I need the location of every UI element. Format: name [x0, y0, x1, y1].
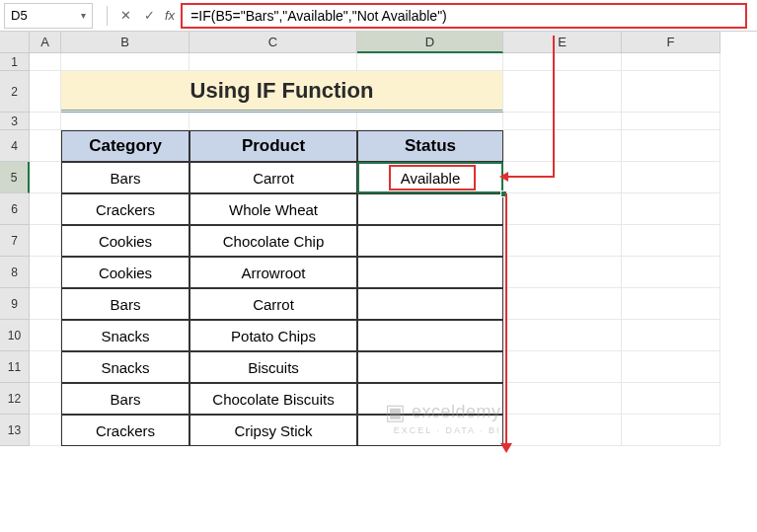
row-header-8[interactable]: 8: [0, 257, 30, 288]
cell[interactable]: [30, 193, 61, 225]
cell-category[interactable]: Cookies: [61, 257, 189, 288]
row-header-4[interactable]: 4: [0, 130, 30, 162]
cell[interactable]: [503, 193, 622, 225]
cell-category[interactable]: Snacks: [61, 320, 189, 351]
cell[interactable]: [622, 351, 720, 383]
cell[interactable]: [61, 113, 189, 130]
cell[interactable]: [622, 225, 720, 257]
header-status[interactable]: Status: [357, 130, 503, 162]
cell[interactable]: [622, 71, 720, 113]
cell-category[interactable]: Bars: [61, 162, 189, 193]
chevron-down-icon[interactable]: ▾: [81, 10, 86, 21]
cell[interactable]: [503, 288, 622, 320]
cell[interactable]: [622, 383, 720, 415]
cell-status[interactable]: [357, 193, 503, 225]
cell-product[interactable]: Cripsy Stick: [189, 415, 357, 446]
cell[interactable]: [503, 415, 622, 446]
cell[interactable]: [30, 113, 61, 130]
row-header-6[interactable]: 6: [0, 193, 30, 225]
col-header-B[interactable]: B: [61, 32, 189, 53]
cell[interactable]: [357, 53, 503, 71]
cell-category[interactable]: Snacks: [61, 351, 189, 383]
cell-category[interactable]: Bars: [61, 288, 189, 320]
col-header-E[interactable]: E: [503, 32, 622, 53]
cell[interactable]: [622, 53, 720, 71]
cell-product[interactable]: Arrowroot: [189, 257, 357, 288]
row-header-2[interactable]: 2: [0, 71, 30, 113]
cell[interactable]: [503, 53, 622, 71]
cell[interactable]: [189, 113, 357, 130]
row-header-10[interactable]: 10: [0, 320, 30, 351]
col-header-C[interactable]: C: [189, 32, 357, 53]
cell[interactable]: [30, 130, 61, 162]
cell[interactable]: [30, 415, 61, 446]
cell[interactable]: [622, 415, 720, 446]
cell[interactable]: [622, 257, 720, 288]
cell-product[interactable]: Chocolate Biscuits: [189, 383, 357, 415]
confirm-icon[interactable]: ✓: [140, 7, 158, 25]
cell[interactable]: [30, 53, 61, 71]
cell[interactable]: [503, 162, 622, 193]
title-cell[interactable]: Using IF Function: [61, 71, 503, 113]
cell-status[interactable]: [357, 257, 503, 288]
row-header-9[interactable]: 9: [0, 288, 30, 320]
row-header-13[interactable]: 13: [0, 415, 30, 446]
cell-product[interactable]: Whole Wheat: [189, 193, 357, 225]
cell[interactable]: [30, 71, 61, 113]
cell-status[interactable]: [357, 320, 503, 351]
cell[interactable]: [189, 53, 357, 71]
cell[interactable]: [503, 257, 622, 288]
header-product[interactable]: Product: [189, 130, 357, 162]
cell[interactable]: [61, 53, 189, 71]
row-header-7[interactable]: 7: [0, 225, 30, 257]
cell[interactable]: [30, 320, 61, 351]
cell-status[interactable]: [357, 288, 503, 320]
col-header-A[interactable]: A: [30, 32, 61, 53]
select-all-corner[interactable]: [0, 32, 30, 53]
cell[interactable]: [622, 162, 720, 193]
cell[interactable]: [30, 225, 61, 257]
fx-icon[interactable]: fx: [165, 8, 175, 23]
cell[interactable]: [503, 225, 622, 257]
cancel-icon[interactable]: ✕: [116, 7, 134, 25]
formula-input[interactable]: =IF(B5="Bars","Available","Not Available…: [181, 3, 747, 29]
row-header-1[interactable]: 1: [0, 53, 30, 71]
cell[interactable]: [622, 288, 720, 320]
row-header-5[interactable]: 5: [0, 162, 30, 193]
cell[interactable]: [30, 351, 61, 383]
row-header-3[interactable]: 3: [0, 113, 30, 130]
cell[interactable]: [622, 320, 720, 351]
row-header-11[interactable]: 11: [0, 351, 30, 383]
cell-category[interactable]: Crackers: [61, 415, 189, 446]
cell[interactable]: [30, 162, 61, 193]
cell-status-active[interactable]: Available: [357, 162, 503, 193]
col-header-D[interactable]: D: [357, 32, 503, 53]
header-category[interactable]: Category: [61, 130, 189, 162]
cell[interactable]: [503, 71, 622, 113]
cell-product[interactable]: Carrot: [189, 288, 357, 320]
cell[interactable]: [30, 257, 61, 288]
name-box[interactable]: D5 ▾: [4, 3, 93, 29]
cell[interactable]: [503, 383, 622, 415]
col-header-F[interactable]: F: [622, 32, 720, 53]
cell-category[interactable]: Bars: [61, 383, 189, 415]
cell[interactable]: [622, 113, 720, 130]
cell[interactable]: [622, 193, 720, 225]
cell-status[interactable]: [357, 225, 503, 257]
cell-product[interactable]: Biscuits: [189, 351, 357, 383]
cell-category[interactable]: Crackers: [61, 193, 189, 225]
cell-category[interactable]: Cookies: [61, 225, 189, 257]
cell-product[interactable]: Carrot: [189, 162, 357, 193]
cell[interactable]: [30, 383, 61, 415]
cell[interactable]: [622, 130, 720, 162]
cell[interactable]: [503, 320, 622, 351]
cell-status[interactable]: [357, 351, 503, 383]
row-header-12[interactable]: 12: [0, 383, 30, 415]
cell[interactable]: [503, 113, 622, 130]
cell[interactable]: [503, 351, 622, 383]
cell[interactable]: [503, 130, 622, 162]
cell[interactable]: [357, 113, 503, 130]
cell-product[interactable]: Chocolate Chip: [189, 225, 357, 257]
cell[interactable]: [30, 288, 61, 320]
cell-product[interactable]: Potato Chips: [189, 320, 357, 351]
